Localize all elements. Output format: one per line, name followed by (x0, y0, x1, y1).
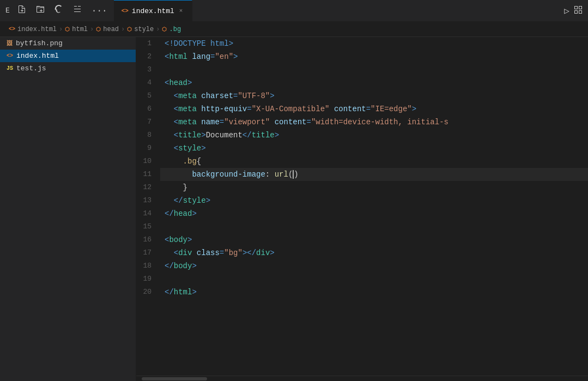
title-bar-left: E ··· (5, 4, 110, 17)
code-line-16: <body> (160, 233, 588, 246)
line-num-10: 10 (136, 155, 160, 168)
editor-content: 1 2 3 4 5 6 7 8 9 10 11 12 13 14 15 16 1 (136, 37, 588, 381)
breadcrumb-html[interactable]: html (72, 26, 88, 33)
html-eq: = (210, 50, 215, 63)
sidebar: 🖼 bytfish.png <> index.html JS test.js (0, 37, 136, 381)
layout-button[interactable] (574, 5, 583, 16)
html-close: > (233, 50, 238, 63)
breadcrumb-sep-2: › (90, 26, 94, 33)
line-num-17: 17 (136, 246, 160, 259)
doctype-html: html (210, 37, 229, 50)
code-line-1: <!DOCTYPE html> (160, 37, 588, 50)
line-num-6: 6 (136, 102, 160, 116)
tab-html-icon: <> (122, 8, 129, 14)
code-area[interactable]: 1 2 3 4 5 6 7 8 9 10 11 12 13 14 15 16 1 (136, 37, 588, 376)
line-num-13: 13 (136, 194, 160, 207)
line-num-12: 12 (136, 181, 160, 194)
line-num-15: 15 (136, 220, 160, 233)
line-num-9: 9 (136, 142, 160, 155)
horizontal-scrollbar[interactable] (136, 376, 588, 381)
code-line-17: <div class="bg"></div> (160, 246, 588, 259)
sidebar-item-test-js[interactable]: JS test.js (0, 62, 136, 75)
sidebar-file-index: index.html (16, 52, 59, 60)
line-num-14: 14 (136, 207, 160, 220)
line-num-2: 2 (136, 50, 160, 63)
breadcrumb-tag-3: ⬡ (96, 26, 101, 33)
breadcrumb-index-html[interactable]: index.html (17, 26, 57, 33)
code-lines: <!DOCTYPE html> <html lang="en"> <head> (160, 37, 588, 376)
code-line-20: </html> (160, 286, 588, 299)
code-line-2: <html lang="en"> (160, 50, 588, 63)
line-num-18: 18 (136, 259, 160, 273)
code-line-18: </body> (160, 259, 588, 273)
code-line-7: <meta name="viewport" content="width=dev… (160, 116, 588, 129)
doctype-close: > (229, 37, 233, 50)
run-button[interactable]: ▷ (564, 5, 569, 16)
code-line-12: } (160, 181, 588, 194)
code-line-9: <style> (160, 142, 588, 155)
more-btn[interactable]: ··· (89, 5, 110, 17)
html-icon: <> (7, 53, 13, 59)
tab-label: index.html (132, 7, 174, 15)
collapse-btn[interactable] (71, 4, 84, 17)
tab-close-btn[interactable]: × (178, 7, 185, 15)
head-open-bracket: < (165, 76, 169, 89)
line-num-7: 7 (136, 116, 160, 129)
new-folder-btn[interactable] (34, 4, 47, 17)
line-num-19: 19 (136, 273, 160, 286)
line-num-20: 20 (136, 286, 160, 299)
code-line-3 (160, 63, 588, 76)
line-num-1: 1 (136, 37, 160, 50)
code-line-11: background-image: url() (160, 168, 588, 181)
line-num-4: 4 (136, 76, 160, 89)
title-bar: E ··· <> index.html × (0, 0, 588, 22)
tab-index-html[interactable]: <> index.html × (114, 0, 193, 21)
line-numbers: 1 2 3 4 5 6 7 8 9 10 11 12 13 14 15 16 1 (136, 37, 160, 376)
breadcrumb-tag-4: ⬡ (127, 26, 132, 33)
js-icon: JS (7, 65, 13, 71)
line-num-8: 8 (136, 129, 160, 142)
code-line-5: <meta charset="UTF-8"> (160, 89, 588, 102)
main-area: 🖼 bytfish.png <> index.html JS test.js 1… (0, 37, 588, 381)
explorer-label: E (5, 7, 10, 15)
new-file-btn[interactable] (15, 4, 28, 17)
line-num-3: 3 (136, 63, 160, 76)
line-num-16: 16 (136, 233, 160, 246)
code-line-14: </head> (160, 207, 588, 220)
html-val: "en" (215, 50, 233, 63)
breadcrumb-sep-4: › (156, 26, 160, 33)
head-tagname: head (169, 76, 187, 89)
sidebar-file-test: test.js (16, 64, 46, 72)
editor[interactable]: 1 2 3 4 5 6 7 8 9 10 11 12 13 14 15 16 1 (136, 37, 588, 381)
breadcrumb: <> index.html › ⬡ html › ⬡ head › ⬡ styl… (0, 22, 588, 37)
breadcrumb-tag-2: ⬡ (65, 26, 70, 33)
code-line-19 (160, 273, 588, 286)
head-close-bracket: > (187, 76, 192, 89)
line-num-11: 11 (136, 168, 160, 181)
html-tagname: html (169, 50, 187, 63)
code-line-10: .bg{ (160, 155, 588, 168)
code-line-13: </style> (160, 194, 588, 207)
breadcrumb-sep-3: › (121, 26, 125, 33)
line-num-5: 5 (136, 89, 160, 102)
code-line-6: <meta http-equiv="X-UA-Compatible" conte… (160, 102, 588, 116)
breadcrumb-head[interactable]: head (103, 26, 119, 33)
doctype-keyword: DOCTYPE (174, 37, 206, 50)
breadcrumb-tag-5: ⬡ (162, 26, 167, 33)
title-bar-right: ▷ (564, 5, 583, 16)
breadcrumb-tag-1: <> (9, 26, 15, 32)
html-open-bracket: < (165, 50, 169, 63)
breadcrumb-sep-1: › (59, 26, 63, 33)
breadcrumb-bg[interactable]: .bg (169, 26, 181, 33)
code-line-8: <title>Document</title> (160, 129, 588, 142)
refresh-btn[interactable] (52, 4, 65, 17)
sidebar-item-bytfish[interactable]: 🖼 bytfish.png (0, 37, 136, 50)
breadcrumb-style[interactable]: style (134, 26, 154, 33)
doctype-space (206, 37, 210, 50)
sidebar-item-index-html[interactable]: <> index.html (0, 50, 136, 62)
code-line-4: <head> (160, 76, 588, 89)
html-attr: lang (192, 50, 210, 63)
sidebar-file-bytfish: bytfish.png (16, 39, 63, 47)
code-line-15 (160, 220, 588, 233)
scrollbar-thumb[interactable] (142, 377, 207, 380)
